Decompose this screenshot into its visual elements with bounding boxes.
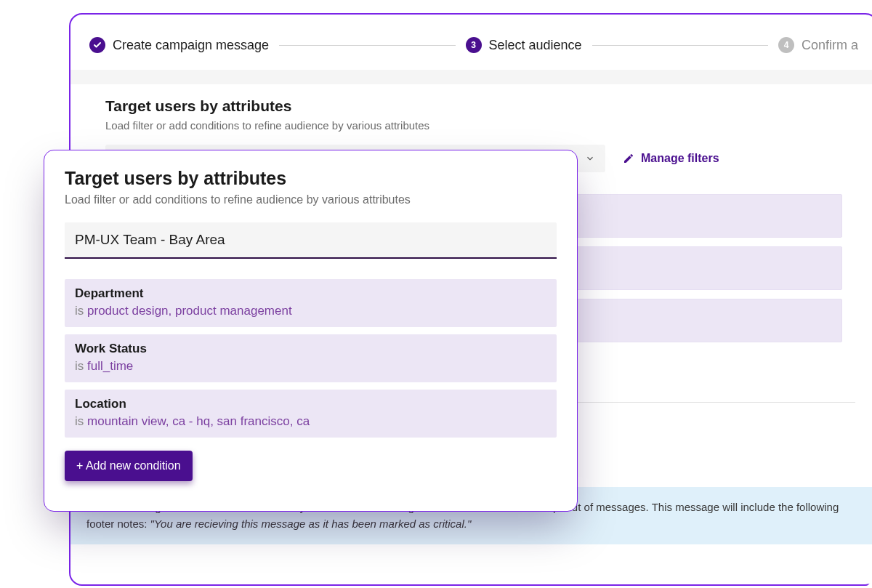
condition-operator: is: [75, 414, 84, 428]
condition-value-text: mountain view, ca - hq, san francisco, c…: [87, 414, 310, 428]
step-confirm[interactable]: 4 Confirm a: [778, 37, 858, 53]
condition-value: is full_time: [75, 359, 546, 374]
manage-filters-link[interactable]: Manage filters: [623, 152, 719, 165]
step-connector: [592, 45, 768, 46]
filter-name-input[interactable]: [65, 222, 557, 259]
condition-operator: is: [75, 304, 84, 318]
condition-label: Work Status: [75, 342, 546, 356]
condition-value-text: product design, product management: [87, 304, 292, 318]
condition-value: is product design, product management: [75, 304, 546, 318]
condition-row-location[interactable]: Location is mountain view, ca - hq, san …: [65, 390, 557, 438]
info-quoted-footer: "You are recieving this message as it ha…: [150, 517, 472, 530]
section-divider-band: [70, 70, 872, 84]
condition-label: Department: [75, 286, 546, 301]
target-attributes-popover: Target users by attributes Load filter o…: [44, 150, 578, 512]
conditions-list: Department is product design, product ma…: [65, 279, 557, 438]
step-number-icon: 3: [466, 37, 482, 53]
add-condition-button[interactable]: + Add new condition: [65, 451, 193, 481]
condition-row-work-status[interactable]: Work Status is full_time: [65, 334, 557, 382]
manage-filters-label: Manage filters: [641, 152, 719, 165]
stepper: Create campaign message 3 Select audienc…: [70, 31, 872, 60]
popover-subtitle: Load filter or add conditions to refine …: [65, 193, 557, 206]
chevron-down-icon: [585, 153, 595, 164]
step-select-audience[interactable]: 3 Select audience: [466, 37, 582, 53]
check-icon: [89, 37, 105, 53]
pencil-icon: [623, 153, 634, 164]
step-label: Confirm a: [802, 38, 858, 53]
step-connector: [279, 45, 455, 46]
condition-row-department[interactable]: Department is product design, product ma…: [65, 279, 557, 327]
step-label: Create campaign message: [113, 38, 269, 53]
step-create-message[interactable]: Create campaign message: [89, 37, 269, 53]
condition-value: is mountain view, ca - hq, san francisco…: [75, 414, 546, 429]
section-subtitle: Load filter or add conditions to refine …: [105, 119, 842, 132]
section-title: Target users by attributes: [105, 97, 842, 115]
condition-label: Location: [75, 397, 546, 411]
condition-value-text: full_time: [87, 359, 133, 373]
condition-operator: is: [75, 359, 84, 373]
popover-title: Target users by attributes: [65, 168, 557, 189]
step-label: Select audience: [489, 38, 582, 53]
step-number-icon: 4: [778, 37, 794, 53]
stage: Create campaign message 3 Select audienc…: [0, 0, 872, 588]
